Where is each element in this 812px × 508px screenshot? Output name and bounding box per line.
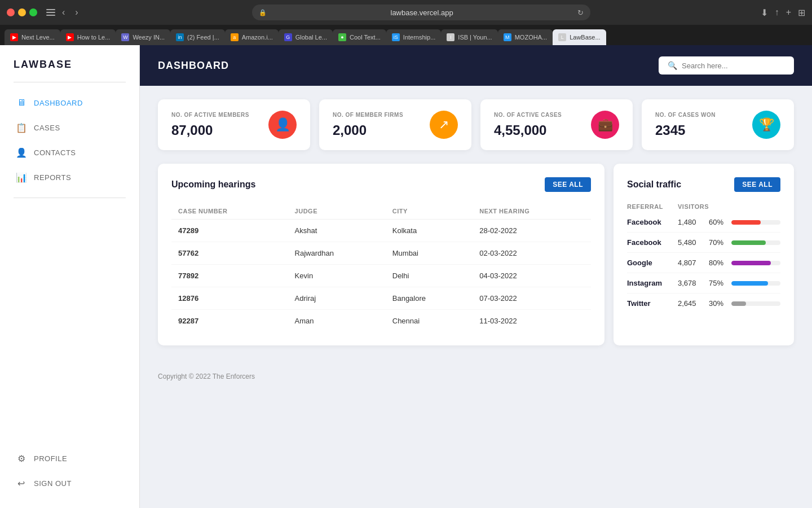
hearing-cell-case_number: 57762 bbox=[171, 242, 288, 265]
browser-tab-tab4[interactable]: in(2) Feed |... bbox=[170, 29, 225, 45]
stat-card-cases-won: NO. OF CASES WON 2345 🏆 bbox=[642, 99, 794, 150]
social-name-3: Instagram bbox=[627, 279, 678, 287]
stat-label-active-cases: NO. OF ACTIVE CASES bbox=[494, 112, 562, 118]
hearing-cell-judge: Aman bbox=[288, 310, 386, 332]
social-name-4: Twitter bbox=[627, 299, 678, 308]
search-icon: 🔍 bbox=[668, 61, 677, 70]
search-input[interactable] bbox=[682, 62, 785, 70]
social-percent-3: 75% bbox=[709, 279, 731, 287]
profile-icon: ⚙ bbox=[16, 453, 27, 464]
download-button[interactable]: ⬇ bbox=[761, 7, 768, 18]
social-visitors-2: 4,807 bbox=[678, 259, 709, 267]
stat-icon-member-firms: ↗ bbox=[430, 111, 458, 139]
browser-tab-tab6[interactable]: GGlobal Le... bbox=[279, 29, 333, 45]
sidebar-label-profile: PROFILE bbox=[34, 454, 67, 463]
browser-tab-tab9[interactable]: IISB | Youn... bbox=[441, 29, 497, 45]
browser-tab-tab3[interactable]: WWeezy IN... bbox=[116, 29, 170, 45]
app-layout: LAWBASE 🖥DASHBOARD📋CASES👤CONTACTS📊REPORT… bbox=[0, 45, 812, 508]
sidebar-item-profile[interactable]: ⚙PROFILE bbox=[9, 447, 130, 470]
hearing-cell-city: Bangalore bbox=[386, 287, 473, 310]
dashboard-icon: 🖥 bbox=[16, 97, 27, 108]
hearing-cell-city: Mumbai bbox=[386, 242, 473, 265]
social-visitors-0: 1,480 bbox=[678, 218, 709, 226]
grid-button[interactable]: ⊞ bbox=[798, 7, 805, 18]
tabs-bar: ▶Next Leve...▶How to Le...WWeezy IN...in… bbox=[0, 25, 812, 45]
close-window-button[interactable] bbox=[7, 8, 15, 16]
social-see-all-button[interactable]: SEE ALL bbox=[734, 177, 780, 192]
stat-value-active-cases: 4,55,000 bbox=[494, 122, 562, 138]
progress-bar-container-3 bbox=[731, 281, 780, 286]
stats-row: NO. OF ACTIVE MEMBERS 87,000 👤 NO. OF ME… bbox=[140, 86, 812, 159]
hearing-cell-next_hearing: 28-02-2022 bbox=[473, 220, 591, 242]
new-tab-button[interactable]: + bbox=[786, 7, 791, 17]
reports-icon: 📊 bbox=[16, 172, 27, 183]
sidebar-item-contacts[interactable]: 👤CONTACTS bbox=[9, 141, 130, 164]
stat-value-cases-won: 2345 bbox=[655, 122, 716, 138]
back-button[interactable]: ‹ bbox=[59, 6, 68, 19]
sidebar-nav: 🖥DASHBOARD📋CASES👤CONTACTS📊REPORTS bbox=[0, 91, 139, 189]
hearing-cell-judge: Adriraj bbox=[288, 287, 386, 310]
progress-bar-container-2 bbox=[731, 261, 780, 265]
hearing-cell-next_hearing: 07-03-2022 bbox=[473, 287, 591, 310]
hearings-table: CASE NUMBERJUDGECITYNEXT HEARING 47289Ak… bbox=[171, 203, 591, 332]
progress-bar-container-0 bbox=[731, 220, 780, 225]
hearing-cell-case_number: 92287 bbox=[171, 310, 288, 332]
social-name-2: Google bbox=[627, 259, 678, 267]
social-percent-2: 80% bbox=[709, 259, 731, 267]
social-percent-0: 60% bbox=[709, 218, 731, 226]
list-item: Facebook 5,480 70% bbox=[627, 233, 780, 253]
sidebar-item-signout[interactable]: ↩SIGN OUT bbox=[9, 472, 130, 494]
hearing-cell-next_hearing: 11-03-2022 bbox=[473, 310, 591, 332]
progress-bar-container-4 bbox=[731, 301, 780, 306]
hearing-cell-judge: Rajwardhan bbox=[288, 242, 386, 265]
hearing-cell-next_hearing: 04-03-2022 bbox=[473, 265, 591, 287]
browser-tab-tab8[interactable]: iSInternship... bbox=[386, 29, 441, 45]
content-row: Upcoming hearings SEE ALL CASE NUMBERJUD… bbox=[140, 159, 812, 359]
sidebar-bottom: ⚙PROFILE↩SIGN OUT bbox=[0, 447, 139, 494]
hearing-cell-case_number: 47289 bbox=[171, 220, 288, 242]
address-bar[interactable]: 🔒 lawbase.vercel.app ↻ bbox=[252, 5, 590, 20]
sidebar-logo: LAWBASE bbox=[0, 59, 139, 82]
contacts-icon: 👤 bbox=[16, 147, 27, 158]
signout-icon: ↩ bbox=[16, 478, 27, 489]
list-item: Instagram 3,678 75% bbox=[627, 273, 780, 294]
maximize-window-button[interactable] bbox=[29, 8, 37, 16]
stat-label-member-firms: NO. OF MEMBER FIRMS bbox=[333, 112, 403, 118]
browser-tab-tab5[interactable]: aAmazon.i... bbox=[225, 29, 279, 45]
hearing-cell-case_number: 12876 bbox=[171, 287, 288, 310]
browser-tab-tab10[interactable]: MMOZOHA... bbox=[498, 29, 553, 45]
forward-button[interactable]: › bbox=[72, 6, 81, 19]
hearings-col-next-hearing: NEXT HEARING bbox=[473, 203, 591, 220]
sidebar-toggle-button[interactable] bbox=[46, 9, 55, 16]
footer: Copyright © 2022 The Enforcers bbox=[140, 359, 812, 394]
hearings-card-header: Upcoming hearings SEE ALL bbox=[171, 177, 591, 192]
window-controls bbox=[7, 8, 37, 16]
browser-tab-tab2[interactable]: ▶How to Le... bbox=[60, 29, 116, 45]
list-item: Facebook 1,480 60% bbox=[627, 212, 780, 233]
hearing-cell-judge: Akshat bbox=[288, 220, 386, 242]
social-header-referral: REFERRAL bbox=[627, 203, 678, 210]
stat-icon-active-members: 👤 bbox=[268, 111, 297, 139]
social-title: Social traffic bbox=[627, 179, 681, 190]
table-row: 12876AdrirajBangalore07-03-2022 bbox=[171, 287, 591, 310]
sidebar-item-cases[interactable]: 📋CASES bbox=[9, 116, 130, 139]
table-row: 47289AkshatKolkata28-02-2022 bbox=[171, 220, 591, 242]
sidebar-item-reports[interactable]: 📊REPORTS bbox=[9, 166, 130, 189]
search-bar[interactable]: 🔍 bbox=[659, 56, 794, 75]
social-percent-1: 70% bbox=[709, 238, 731, 247]
page-title: DASHBOARD bbox=[158, 60, 229, 72]
share-button[interactable]: ↑ bbox=[775, 7, 779, 17]
sidebar-item-dashboard[interactable]: 🖥DASHBOARD bbox=[9, 91, 130, 114]
browser-tab-tab1[interactable]: ▶Next Leve... bbox=[5, 29, 60, 45]
address-text: lawbase.vercel.app bbox=[270, 8, 574, 17]
stat-card-member-firms: NO. OF MEMBER FIRMS 2,000 ↗ bbox=[319, 99, 471, 150]
reload-button[interactable]: ↻ bbox=[577, 8, 584, 17]
minimize-window-button[interactable] bbox=[18, 8, 26, 16]
sidebar-label-reports: REPORTS bbox=[34, 173, 71, 182]
hearings-see-all-button[interactable]: SEE ALL bbox=[545, 177, 591, 192]
browser-actions: ⬇ ↑ + ⊞ bbox=[761, 7, 805, 18]
browser-tab-tab7[interactable]: ●Cool Text... bbox=[333, 29, 386, 45]
browser-tab-tab11[interactable]: LLawBase... bbox=[553, 29, 606, 45]
hearings-col-judge: JUDGE bbox=[288, 203, 386, 220]
social-visitors-3: 3,678 bbox=[678, 279, 709, 287]
